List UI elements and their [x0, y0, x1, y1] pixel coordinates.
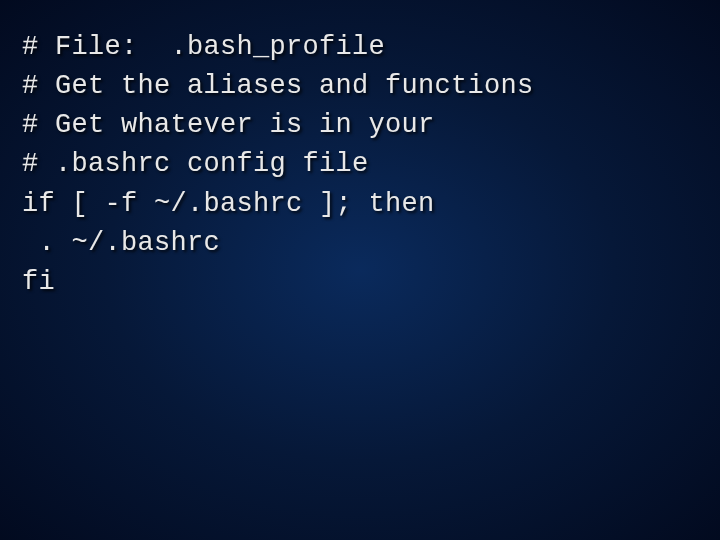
code-line: # File: .bash_profile [22, 28, 698, 67]
code-line: # Get whatever is in your [22, 106, 698, 145]
code-line: # .bashrc config file [22, 145, 698, 184]
code-line: # Get the aliases and functions [22, 67, 698, 106]
code-line: if [ -f ~/.bashrc ]; then [22, 185, 698, 224]
code-block: # File: .bash_profile # Get the aliases … [22, 28, 698, 302]
code-line: fi [22, 263, 698, 302]
code-line: . ~/.bashrc [22, 224, 698, 263]
